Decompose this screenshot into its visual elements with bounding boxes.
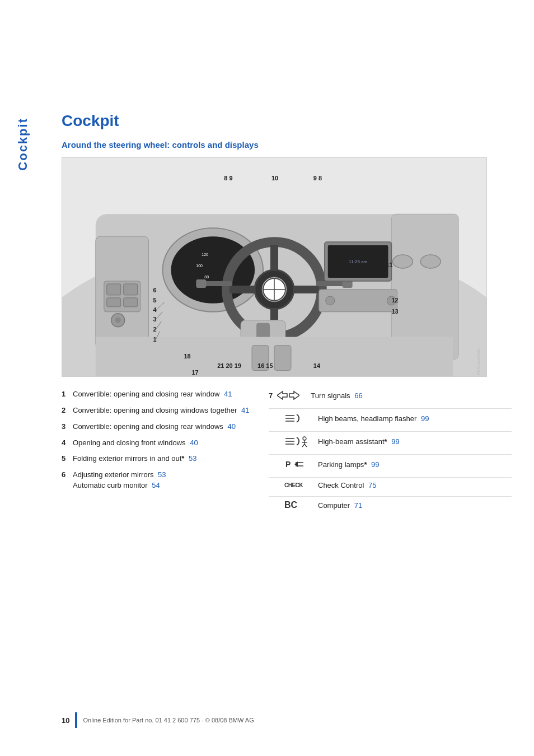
high-beam-assistant-icon bbox=[284, 435, 309, 447]
page-number: 10 bbox=[62, 716, 69, 725]
right-item-high-beams: High beams, headlamp flasher 99 bbox=[269, 412, 512, 424]
right-item-parking-lamps: P Parking lamps* 99 bbox=[269, 458, 512, 470]
item-number: 4 bbox=[62, 438, 73, 449]
turn-signals-icon bbox=[277, 389, 299, 402]
page-link[interactable]: 99 bbox=[391, 437, 399, 446]
list-item: 6 Adjusting exterior mirrors 53 Automati… bbox=[62, 470, 252, 491]
right-item-check-control: CHECK Check Control 75 bbox=[269, 481, 512, 489]
item-label: Turn signals 66 bbox=[311, 391, 512, 400]
svg-text:18: 18 bbox=[184, 353, 190, 360]
svg-text:6: 6 bbox=[153, 287, 157, 293]
svg-text:80: 80 bbox=[204, 275, 209, 279]
divider bbox=[269, 408, 512, 409]
page-link[interactable]: 71 bbox=[354, 501, 362, 510]
page-link[interactable]: 66 bbox=[354, 391, 362, 400]
svg-marker-67 bbox=[277, 391, 287, 399]
svg-point-75 bbox=[303, 437, 306, 440]
item-text: Convertible: opening and closing rear wi… bbox=[73, 389, 252, 400]
list-item: 5 Folding exterior mirrors in and out* 5… bbox=[62, 454, 252, 464]
svg-rect-25 bbox=[124, 284, 138, 295]
svg-text:11: 11 bbox=[386, 262, 392, 268]
svg-text:13: 13 bbox=[391, 308, 398, 315]
item-text: Opening and closing front windows 40 bbox=[73, 438, 252, 449]
divider bbox=[269, 431, 512, 432]
item-label: High beams, headlamp flasher 99 bbox=[318, 414, 512, 423]
item-label: Parking lamps* 99 bbox=[318, 460, 512, 469]
svg-line-78 bbox=[302, 444, 305, 447]
svg-point-43 bbox=[420, 255, 441, 268]
cockpit-diagram: 120 100 80 bbox=[62, 158, 486, 376]
page-container: Cockpit Cockpit Around the steering whee… bbox=[0, 0, 534, 756]
svg-text:8 9: 8 9 bbox=[224, 175, 232, 181]
svg-text:P: P bbox=[285, 460, 291, 469]
svg-marker-68 bbox=[289, 391, 299, 399]
page-link[interactable]: 53 bbox=[189, 454, 196, 463]
high-beam-assistant-icon-area bbox=[284, 435, 318, 447]
list-item: 1 Convertible: opening and closing rear … bbox=[62, 389, 252, 400]
parking-lamps-icon-area: P bbox=[284, 458, 318, 470]
svg-rect-24 bbox=[107, 284, 121, 295]
page-link[interactable]: 75 bbox=[368, 481, 376, 489]
right-item-high-beam-assistant: High-beam assistant* 99 bbox=[269, 435, 512, 447]
svg-text:17: 17 bbox=[191, 369, 198, 376]
item-number: 2 bbox=[62, 405, 73, 416]
high-beams-icon bbox=[284, 412, 307, 424]
svg-rect-27 bbox=[124, 298, 138, 307]
svg-point-29 bbox=[115, 318, 121, 323]
section-title: Around the steering wheel: controls and … bbox=[62, 140, 512, 150]
svg-text:PH/CLaus/dum: PH/CLaus/dum bbox=[476, 348, 480, 375]
diagram-image: 120 100 80 bbox=[62, 158, 486, 376]
svg-text:14: 14 bbox=[313, 362, 321, 369]
item-text: Adjusting exterior mirrors 53 Automatic … bbox=[73, 470, 252, 491]
right-item-computer: BC Computer 71 bbox=[269, 500, 512, 510]
svg-point-4 bbox=[171, 236, 255, 304]
footer-text: Online Edition for Part no. 01 41 2 600 … bbox=[83, 717, 254, 724]
page-link[interactable]: 54 bbox=[152, 481, 160, 489]
svg-rect-20 bbox=[316, 281, 347, 286]
item-text: Convertible: opening and closing windows… bbox=[73, 405, 252, 416]
svg-text:10: 10 bbox=[271, 175, 278, 181]
page-link[interactable]: 40 bbox=[190, 438, 198, 447]
divider bbox=[269, 477, 512, 478]
page-link[interactable]: 41 bbox=[224, 390, 232, 398]
svg-rect-19 bbox=[196, 279, 206, 288]
check-icon: CHECK bbox=[284, 482, 312, 488]
footer: 10 Online Edition for Part no. 01 41 2 6… bbox=[62, 712, 512, 728]
list-item: 4 Opening and closing front windows 40 bbox=[62, 438, 252, 449]
page-title: Cockpit bbox=[62, 112, 512, 130]
parking-lamps-icon: P bbox=[284, 458, 305, 470]
svg-rect-18 bbox=[202, 281, 232, 286]
item-7-num: 7 bbox=[269, 391, 273, 400]
svg-text:7: 7 bbox=[190, 264, 194, 271]
page-link[interactable]: 41 bbox=[241, 406, 249, 414]
item-list-right: 7 Turn signals 66 bbox=[269, 389, 512, 517]
item-list-container: 1 Convertible: opening and closing rear … bbox=[62, 389, 512, 517]
item-text: Folding exterior mirrors in and out* 53 bbox=[73, 454, 252, 464]
page-link[interactable]: 53 bbox=[158, 470, 166, 479]
svg-text:21 20 19: 21 20 19 bbox=[217, 362, 241, 369]
item-number: 6 bbox=[62, 470, 73, 480]
bc-icon: BC bbox=[284, 500, 312, 510]
footer-bar bbox=[75, 712, 77, 728]
svg-line-79 bbox=[305, 444, 307, 447]
page-link[interactable]: 99 bbox=[421, 414, 429, 423]
right-item-turn-signals: 7 Turn signals 66 bbox=[269, 389, 512, 402]
bc-icon-area: BC bbox=[284, 500, 318, 510]
check-control-icon-area: CHECK bbox=[284, 482, 318, 488]
svg-rect-26 bbox=[107, 298, 121, 307]
svg-rect-41 bbox=[274, 346, 291, 371]
page-link[interactable]: 99 bbox=[371, 460, 379, 469]
item-number: 3 bbox=[62, 422, 73, 432]
item-label: Check Control 75 bbox=[318, 481, 512, 489]
item-number: 5 bbox=[62, 454, 73, 464]
list-item: 3 Convertible: opening and closing rear … bbox=[62, 422, 252, 432]
sidebar-label: Cockpit bbox=[16, 118, 30, 171]
divider bbox=[269, 454, 512, 455]
svg-text:120: 120 bbox=[202, 253, 208, 256]
diagram-container: 120 100 80 bbox=[62, 157, 487, 377]
svg-text:11:25 am: 11:25 am bbox=[349, 259, 368, 264]
svg-text:5: 5 bbox=[153, 297, 157, 304]
page-link[interactable]: 40 bbox=[227, 422, 235, 431]
item-text: Convertible: opening and closing rear wi… bbox=[73, 422, 252, 432]
high-beams-icon-area bbox=[284, 412, 318, 424]
